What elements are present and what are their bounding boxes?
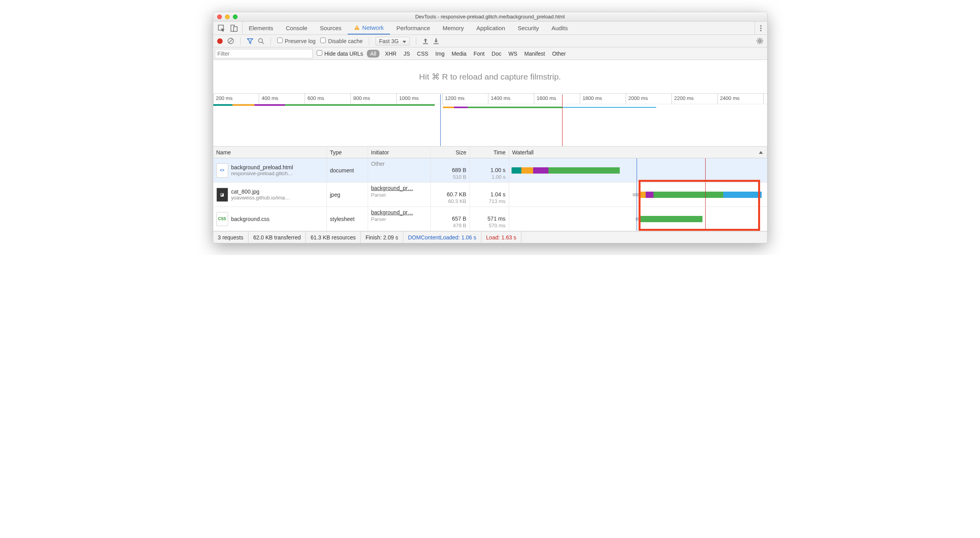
devtools-window: DevTools - responsive-preload.glitch.me/… (213, 12, 768, 243)
request-domain: responsive-preload.glitch… (231, 170, 293, 176)
filter-icon[interactable] (247, 38, 253, 44)
tab-application[interactable]: Application (470, 22, 511, 34)
request-initiator: Other (371, 161, 385, 167)
tick: 400 ms (259, 94, 305, 104)
tab-elements[interactable]: Elements (243, 22, 280, 34)
load-marker (562, 94, 563, 146)
svg-line-9 (229, 39, 232, 43)
tick: 600 ms (305, 94, 350, 104)
tick: 1400 ms (488, 94, 534, 104)
tick: 1800 ms (580, 94, 626, 104)
svg-point-5 (760, 25, 761, 26)
request-initiator[interactable]: background_pr… (371, 209, 413, 216)
type-media[interactable]: Media (450, 50, 468, 58)
record-icon[interactable] (217, 38, 223, 44)
type-img[interactable]: Img (434, 50, 446, 58)
tab-network[interactable]: Network (348, 22, 390, 34)
tick: 200 ms (213, 94, 259, 104)
request-type: document (327, 158, 368, 182)
throttle-select[interactable]: Fast 3G (376, 37, 410, 45)
tab-memory[interactable]: Memory (436, 22, 470, 34)
device-mode-icon[interactable] (230, 25, 238, 32)
table-body: <> background_preload.html responsive-pr… (213, 158, 767, 231)
titlebar: DevTools - responsive-preload.glitch.me/… (213, 12, 767, 22)
document-icon: <> (216, 163, 228, 178)
type-font[interactable]: Font (472, 50, 486, 58)
request-type: stylesheet (327, 207, 368, 231)
col-initiator[interactable]: Initiator (368, 147, 431, 158)
request-domain: yoavweiss.github.io/ima… (231, 195, 290, 201)
svg-rect-4 (357, 29, 358, 29)
svg-rect-13 (434, 43, 439, 44)
request-initiator[interactable]: background_pr… (371, 185, 413, 191)
col-waterfall[interactable]: Waterfall (509, 147, 767, 158)
svg-point-6 (760, 27, 761, 29)
filmstrip-hint: Hit ⌘ R to reload and capture filmstrip. (419, 72, 561, 82)
tick: 2200 ms (671, 94, 717, 104)
type-other[interactable]: Other (550, 50, 567, 58)
table-row[interactable]: CSS background.css stylesheet background… (213, 207, 767, 231)
svg-point-14 (759, 40, 761, 42)
svg-line-21 (757, 43, 758, 43)
status-bar: 3 requests 62.0 KB transferred 61.3 KB r… (213, 231, 767, 243)
window-title: DevTools - responsive-preload.glitch.me/… (213, 14, 767, 20)
image-icon: ◪ (216, 188, 228, 202)
disable-cache-checkbox[interactable]: Disable cache (320, 38, 363, 44)
select-element-icon[interactable] (218, 25, 225, 32)
tab-console[interactable]: Console (279, 22, 314, 34)
tick: 2400 ms (717, 94, 763, 104)
type-js[interactable]: JS (402, 50, 411, 58)
upload-icon[interactable] (423, 38, 428, 44)
tab-performance[interactable]: Performance (390, 22, 436, 34)
tick: 1000 ms (396, 94, 442, 104)
type-doc[interactable]: Doc (490, 50, 503, 58)
svg-point-7 (760, 30, 761, 31)
filter-input[interactable] (215, 49, 313, 58)
sort-asc-icon (759, 151, 763, 154)
filmstrip-area: Hit ⌘ R to reload and capture filmstrip. (213, 60, 767, 94)
type-ws[interactable]: WS (507, 50, 519, 58)
status-resources: 61.3 KB resources (306, 232, 361, 243)
table-header: Name Type Initiator Size Time Waterfall (213, 147, 767, 158)
svg-line-20 (761, 43, 762, 43)
tab-audits[interactable]: Audits (545, 22, 574, 34)
type-all[interactable]: All (367, 50, 379, 58)
status-load: Load: 1.63 s (481, 232, 521, 243)
status-requests: 3 requests (213, 232, 249, 243)
tick: 800 ms (350, 94, 396, 104)
dcl-marker (440, 94, 441, 146)
tab-security[interactable]: Security (512, 22, 545, 34)
preserve-log-checkbox[interactable]: Preserve log (277, 38, 316, 44)
svg-rect-2 (234, 27, 237, 31)
gear-icon[interactable] (757, 38, 763, 44)
table-row[interactable]: <> background_preload.html responsive-pr… (213, 158, 767, 183)
status-transferred: 62.0 KB transferred (249, 232, 306, 243)
css-icon: CSS (216, 212, 228, 226)
svg-rect-12 (423, 43, 428, 44)
type-css[interactable]: CSS (416, 50, 430, 58)
svg-line-19 (757, 39, 758, 40)
more-icon[interactable] (755, 22, 767, 34)
table-row[interactable]: ◪ cat_800.jpg yoavweiss.github.io/ima… j… (213, 183, 767, 207)
search-icon[interactable] (258, 38, 264, 44)
col-type[interactable]: Type (327, 147, 368, 158)
timeline-overview-row2 (213, 107, 767, 109)
status-dcl: DOMContentLoaded: 1.06 s (403, 232, 481, 243)
tab-sources[interactable]: Sources (314, 22, 348, 34)
request-type: jpeg (327, 183, 368, 207)
waterfall-cell (509, 207, 767, 231)
tick: 1200 ms (442, 94, 488, 104)
tick: 2000 ms (626, 94, 671, 104)
col-name[interactable]: Name (213, 147, 327, 158)
col-size[interactable]: Size (431, 147, 470, 158)
svg-line-11 (262, 42, 264, 44)
type-manifest[interactable]: Manifest (523, 50, 547, 58)
clear-icon[interactable] (227, 38, 234, 44)
hide-data-urls-checkbox[interactable]: Hide data URLs (317, 50, 363, 57)
type-xhr[interactable]: XHR (383, 50, 398, 58)
col-time[interactable]: Time (470, 147, 509, 158)
request-name: background_preload.html (231, 164, 293, 170)
download-icon[interactable] (433, 38, 439, 44)
timeline-ruler[interactable]: 200 ms 400 ms 600 ms 800 ms 1000 ms 1200… (213, 94, 767, 147)
chevron-down-icon (403, 38, 406, 44)
